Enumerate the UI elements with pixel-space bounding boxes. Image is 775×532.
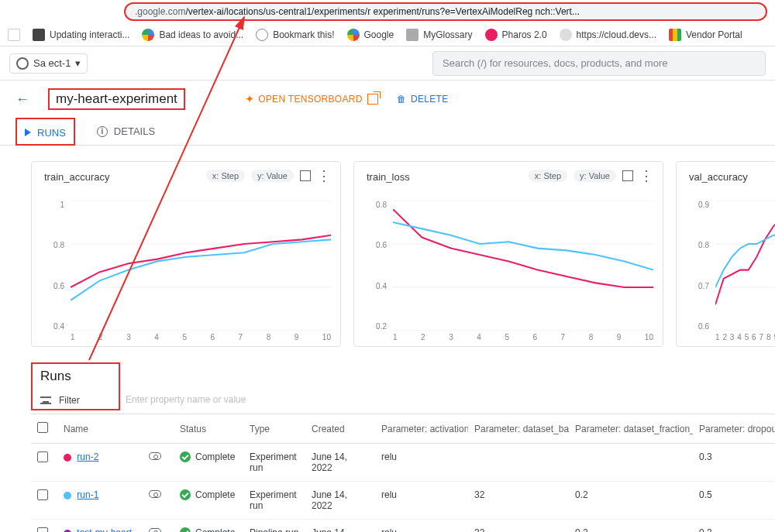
col-type[interactable]: Type — [243, 414, 305, 444]
bookmark-item[interactable]: Bookmark this! — [256, 29, 334, 41]
x-axis-pill[interactable]: x: Step — [529, 170, 567, 182]
open-tensorboard-label: OPEN TENSORBOARD — [258, 94, 363, 105]
cell-activation: relu — [375, 444, 468, 482]
run-name-link[interactable]: test-my-heart-experiment-pipeline-run — [64, 527, 135, 532]
fullscreen-icon[interactable] — [300, 170, 311, 181]
url-path: /vertex-ai/locations/us-central1/experim… — [185, 6, 580, 17]
bookmark-item[interactable]: https://cloud.devs... — [560, 29, 656, 41]
status-badge: Complete — [180, 527, 235, 532]
y-axis-pill[interactable]: y: Value — [574, 170, 616, 182]
tensorboard-icon: ✦ — [246, 94, 253, 105]
col-status[interactable]: Status — [174, 414, 243, 444]
col-visibility — [143, 414, 174, 444]
chart-card: train_loss x: Step y: Value ⋮ 0.80.60.40… — [353, 161, 663, 347]
table-row: run-2 Complete Experiment run June 14, 2… — [31, 444, 775, 482]
row-checkbox[interactable] — [37, 527, 48, 532]
tab-runs[interactable]: RUNS — [16, 118, 75, 146]
favicon-icon — [485, 29, 498, 41]
row-checkbox[interactable] — [37, 489, 48, 500]
bookmark-item[interactable]: MyGlossary — [406, 29, 472, 41]
bookmark-item[interactable]: Bad ideas to avoid... — [142, 29, 243, 41]
runs-title: Runs — [40, 369, 119, 384]
run-name-link[interactable]: run-2 — [77, 451, 98, 462]
chart-y-ticks: 0.80.60.40.2 — [368, 201, 387, 331]
back-arrow-icon[interactable]: ← — [16, 91, 29, 108]
visibility-toggle-icon[interactable] — [149, 490, 161, 498]
tab-runs-label: RUNS — [37, 127, 66, 139]
external-link-icon — [367, 94, 378, 105]
cell-type: Experiment run — [243, 444, 305, 482]
folder-icon — [406, 29, 418, 41]
project-selector[interactable]: Sa ect-1 ▾ — [9, 53, 88, 74]
bookmark-label: Pharos 2.0 — [502, 29, 547, 40]
chart-title: val_accuracy — [689, 171, 775, 183]
runs-filter-input[interactable] — [124, 393, 279, 406]
visibility-toggle-icon[interactable] — [149, 528, 161, 532]
play-icon — [25, 129, 31, 136]
bookmark-item[interactable] — [8, 29, 20, 41]
browser-address-bar: .google.com/vertex-ai/locations/us-centr… — [0, 0, 775, 23]
runs-filter-row: Filter — [40, 395, 119, 406]
chart-plot — [71, 201, 331, 331]
cell-activation: relu — [375, 520, 468, 533]
col-name[interactable]: Name — [57, 414, 143, 444]
bookmark-item[interactable]: Updating interacti... — [33, 29, 129, 41]
cell-type: Experiment run — [243, 482, 305, 520]
status-badge: Complete — [180, 451, 235, 462]
cell-dropout: 0.5 — [693, 482, 775, 520]
favicon-icon — [33, 29, 45, 41]
chart-y-ticks: 10.80.60.4 — [46, 201, 64, 331]
cell-split: 0.2 — [569, 482, 693, 520]
cell-split — [569, 444, 693, 482]
favicon-icon — [142, 29, 154, 41]
project-name: Sa ect-1 — [33, 57, 71, 69]
chart-plot — [393, 201, 653, 331]
bookmark-label: Bookmark this! — [273, 29, 334, 40]
visibility-toggle-icon[interactable] — [149, 452, 161, 460]
runs-section: Runs Filter Name Status Type Created Par… — [0, 362, 775, 532]
open-tensorboard-button[interactable]: ✦ OPEN TENSORBOARD — [246, 94, 378, 105]
run-color-dot — [64, 492, 71, 499]
favicon-icon — [8, 29, 20, 41]
url-field[interactable]: .google.com/vertex-ai/locations/us-centr… — [124, 2, 767, 21]
col-split[interactable]: Parameter: dataset_fraction_split — [569, 414, 693, 444]
gcp-header: Sa ect-1 ▾ — [0, 46, 775, 81]
experiment-tabs: RUNS i DETAILS — [0, 118, 775, 146]
google-icon — [347, 29, 360, 41]
col-batch[interactable]: Parameter: dataset_batch — [468, 414, 569, 444]
cell-batch: 32 — [468, 520, 569, 533]
gcp-search-input[interactable] — [432, 51, 766, 76]
check-circle-icon — [180, 451, 191, 462]
chart-controls: x: Step y: Value ⋮ — [206, 170, 331, 182]
bookmark-item[interactable]: Google — [347, 29, 394, 41]
cell-dropout: 0.3 — [693, 520, 775, 533]
tab-details-label: DETAILS — [114, 125, 155, 137]
run-color-dot — [64, 454, 71, 462]
y-axis-pill[interactable]: y: Value — [251, 170, 294, 182]
table-row: test-my-heart-experiment-pipeline-run Co… — [31, 520, 775, 533]
check-circle-icon — [180, 527, 191, 532]
bookmark-label: Google — [364, 29, 394, 40]
delete-label: DELETE — [411, 94, 448, 105]
bookmark-label: Vendor Portal — [686, 29, 742, 40]
cell-batch — [468, 444, 569, 482]
runs-table: Name Status Type Created Parameter: acti… — [31, 414, 775, 532]
bookmark-item[interactable]: Vendor Portal — [669, 29, 742, 41]
tab-details[interactable]: i DETAILS — [94, 118, 158, 145]
delete-button[interactable]: 🗑 DELETE — [397, 94, 449, 105]
filter-label: Filter — [59, 395, 80, 406]
row-checkbox[interactable] — [37, 451, 48, 462]
col-activation[interactable]: Parameter: activation — [375, 414, 468, 444]
col-created[interactable]: Created — [305, 414, 375, 444]
checkbox-all[interactable] — [37, 422, 48, 433]
filter-icon[interactable] — [40, 396, 51, 404]
more-icon[interactable]: ⋮ — [317, 170, 331, 181]
col-dropout[interactable]: Parameter: dropout_rate — [693, 414, 775, 444]
x-axis-pill[interactable]: x: Step — [206, 170, 245, 182]
run-name-link[interactable]: run-1 — [77, 489, 98, 500]
bookmark-label: https://cloud.devs... — [577, 29, 656, 40]
chart-x-ticks: 12345678910 — [71, 333, 331, 342]
fullscreen-icon[interactable] — [622, 170, 633, 181]
bookmark-item[interactable]: Pharos 2.0 — [485, 29, 547, 41]
more-icon[interactable]: ⋮ — [639, 170, 653, 181]
